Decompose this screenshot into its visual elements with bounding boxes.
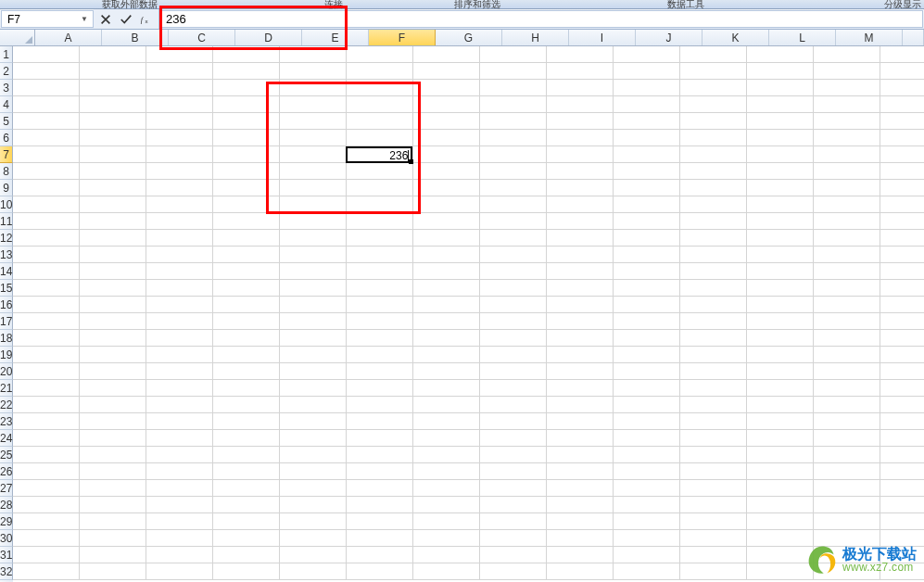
cell-E4[interactable] xyxy=(280,96,347,113)
cell-A1[interactable] xyxy=(13,46,80,63)
cell-I8[interactable] xyxy=(547,163,614,180)
col-header-D[interactable]: D xyxy=(235,30,302,45)
row-header-26[interactable]: 26 xyxy=(0,463,13,480)
cell-A19[interactable] xyxy=(13,347,80,363)
cell-I32[interactable] xyxy=(547,563,614,580)
row-header-30[interactable]: 30 xyxy=(0,530,13,547)
cell-L6[interactable] xyxy=(747,130,814,146)
cell-E21[interactable] xyxy=(280,380,347,397)
cell-M18[interactable] xyxy=(814,330,880,347)
cell-J26[interactable] xyxy=(614,463,680,480)
cell-J12[interactable] xyxy=(614,230,680,247)
cell-H3[interactable] xyxy=(480,80,547,96)
cell-I9[interactable] xyxy=(547,180,614,196)
cell-A15[interactable] xyxy=(13,280,80,297)
cell-K2[interactable] xyxy=(680,63,747,80)
cell-H10[interactable] xyxy=(480,196,547,213)
cell-J29[interactable] xyxy=(614,513,680,530)
cell-L22[interactable] xyxy=(747,397,814,413)
cell-E8[interactable] xyxy=(280,163,347,180)
cell-A31[interactable] xyxy=(13,547,80,563)
cell-C22[interactable] xyxy=(146,397,213,413)
cell-L3[interactable] xyxy=(747,80,814,96)
cell-F29[interactable] xyxy=(347,513,413,530)
cell-D6[interactable] xyxy=(213,130,280,146)
cell-I15[interactable] xyxy=(547,280,614,297)
cell-J24[interactable] xyxy=(614,430,680,447)
cell-H22[interactable] xyxy=(480,397,547,413)
cell-H29[interactable] xyxy=(480,513,547,530)
cell-J20[interactable] xyxy=(614,363,680,380)
cell-G2[interactable] xyxy=(413,63,480,80)
col-header-C[interactable]: C xyxy=(169,30,235,45)
enter-button[interactable] xyxy=(116,10,136,29)
cell-K24[interactable] xyxy=(680,430,747,447)
row-header-17[interactable]: 17 xyxy=(0,313,13,330)
cell-F8[interactable] xyxy=(347,163,413,180)
cell-H27[interactable] xyxy=(480,480,547,497)
cell-F9[interactable] xyxy=(347,180,413,196)
cell-H13[interactable] xyxy=(480,247,547,263)
cell-L13[interactable] xyxy=(747,247,814,263)
cell-M23[interactable] xyxy=(814,413,880,430)
cell-J3[interactable] xyxy=(614,80,680,96)
cell-I11[interactable] xyxy=(547,213,614,230)
cell-C1[interactable] xyxy=(146,46,213,63)
cell-C31[interactable] xyxy=(146,547,213,563)
cell-D22[interactable] xyxy=(213,397,280,413)
cell-L10[interactable] xyxy=(747,196,814,213)
cell-F6[interactable] xyxy=(347,130,413,146)
row-header-25[interactable]: 25 xyxy=(0,447,13,463)
cell-F24[interactable] xyxy=(347,430,413,447)
active-cell-edit[interactable]: 236 xyxy=(346,146,412,163)
cell-B20[interactable] xyxy=(80,363,146,380)
cell-L31[interactable] xyxy=(747,547,814,563)
cell-A2[interactable] xyxy=(13,63,80,80)
cell-J17[interactable] xyxy=(614,313,680,330)
cell-K17[interactable] xyxy=(680,313,747,330)
cell-D14[interactable] xyxy=(213,263,280,280)
cell-B27[interactable] xyxy=(80,480,146,497)
col-header-H[interactable]: H xyxy=(502,30,569,45)
cell-B17[interactable] xyxy=(80,313,146,330)
cell-I26[interactable] xyxy=(547,463,614,480)
cell-A9[interactable] xyxy=(13,180,80,196)
cell-D31[interactable] xyxy=(213,547,280,563)
cell-F22[interactable] xyxy=(347,397,413,413)
cell-G5[interactable] xyxy=(413,113,480,130)
cell-G7[interactable] xyxy=(413,146,480,163)
cell-G31[interactable] xyxy=(413,547,480,563)
cell-D32[interactable] xyxy=(213,563,280,580)
row-header-32[interactable]: 32 xyxy=(0,563,13,580)
col-header-I[interactable]: I xyxy=(569,30,636,45)
cell-L4[interactable] xyxy=(747,96,814,113)
cell-E26[interactable] xyxy=(280,463,347,480)
cell-L23[interactable] xyxy=(747,413,814,430)
cell-D2[interactable] xyxy=(213,63,280,80)
cell-H24[interactable] xyxy=(480,430,547,447)
cell-F14[interactable] xyxy=(347,263,413,280)
formula-input[interactable]: 236 xyxy=(159,10,923,28)
cell-E2[interactable] xyxy=(280,63,347,80)
cell-K14[interactable] xyxy=(680,263,747,280)
cell-L7[interactable] xyxy=(747,146,814,163)
cell-L25[interactable] xyxy=(747,447,814,463)
cell-E12[interactable] xyxy=(280,230,347,247)
cell-B26[interactable] xyxy=(80,463,146,480)
cell-H5[interactable] xyxy=(480,113,547,130)
row-header-18[interactable]: 18 xyxy=(0,330,13,347)
cell-F16[interactable] xyxy=(347,297,413,313)
cell-G21[interactable] xyxy=(413,380,480,397)
cell-A25[interactable] xyxy=(13,447,80,463)
cell-H1[interactable] xyxy=(480,46,547,63)
cell-A20[interactable] xyxy=(13,363,80,380)
cell-M4[interactable] xyxy=(814,96,880,113)
cell-H12[interactable] xyxy=(480,230,547,247)
cell-H4[interactable] xyxy=(480,96,547,113)
cell-F21[interactable] xyxy=(347,380,413,397)
cell-E32[interactable] xyxy=(280,563,347,580)
cell-F13[interactable] xyxy=(347,247,413,263)
cell-A22[interactable] xyxy=(13,397,80,413)
cell-A13[interactable] xyxy=(13,247,80,263)
cell-C30[interactable] xyxy=(146,530,213,547)
